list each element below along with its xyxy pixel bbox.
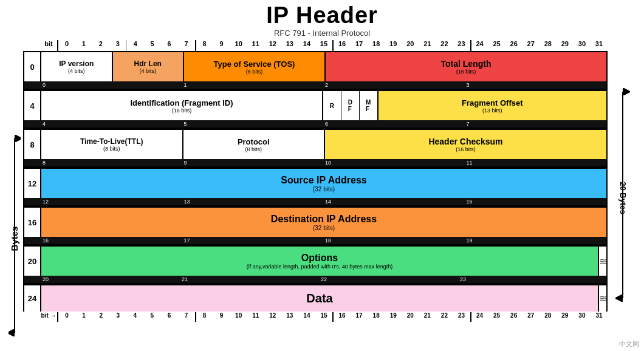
bot-bit-7: 7 (177, 312, 194, 322)
cell-ip-version-sub: (4 bits) (68, 68, 85, 74)
cell-mf-flag: MF (360, 91, 379, 120)
left-label: Bytes (6, 40, 23, 350)
row-8-numbers: 8 9 10 11 (23, 159, 608, 168)
cell-total-length-label: Total Length (441, 59, 492, 69)
cell-ttl-label: Time-To-Live(TTL) (80, 137, 143, 146)
bot-bit-2: 2 (92, 312, 109, 322)
bot-bit-15: 15 (315, 312, 332, 322)
cell-df-flag: DF (341, 91, 360, 120)
num-23: 23 (459, 276, 598, 283)
bit-6: 6 (161, 40, 178, 51)
bit-28: 28 (540, 40, 557, 51)
cell-tos-sub: (8 bits) (246, 69, 263, 75)
cell-total-length-sub: (16 bits) (456, 69, 476, 75)
bottom-bit-row: bit → 0 1 2 3 4 5 6 7 8 9 (23, 312, 608, 322)
num-16: 16 (41, 237, 183, 244)
bottom-bit-group-24-31: 24 25 26 27 28 29 30 31 (471, 312, 608, 322)
num-12: 12 (41, 198, 183, 205)
bit-20: 20 (402, 40, 419, 51)
bot-bit-1: 1 (75, 312, 92, 322)
bot-bit-29: 29 (557, 312, 574, 322)
bit-header-label: bit (40, 40, 57, 51)
zigzag-options-right: ≋ (598, 247, 606, 276)
bot-bit-30: 30 (574, 312, 591, 322)
num-spacer-16 (24, 237, 41, 244)
row-4-numbers: 4 5 6 7 (23, 120, 608, 129)
row-0-numbers: 0 1 2 3 (23, 81, 608, 90)
bit-1: 1 (75, 40, 92, 51)
cell-header-checksum: Header Checksum (16 bits) (325, 130, 606, 159)
cell-identification: Identification (Fragment ID) (16 bits) (41, 91, 323, 120)
cell-ttl-sub: (8 bits) (103, 146, 120, 152)
bot-bit-26: 26 (505, 312, 522, 322)
watermark: 中文网 (619, 339, 639, 349)
left-arrow-icon: Bytes (9, 132, 21, 339)
bot-bit-5: 5 (143, 312, 160, 322)
bit-21: 21 (419, 40, 436, 51)
bit-group-0-7: 0 1 2 3 4 5 6 7 (57, 40, 196, 51)
row-24: 24 Data ≋ (23, 284, 608, 312)
bit-2: 2 (92, 40, 109, 51)
cell-data-label: Data (306, 291, 332, 305)
num-2: 2 (324, 81, 465, 89)
num-15: 15 (465, 198, 607, 205)
cell-ip-version-label: IP version (59, 60, 94, 68)
cell-identification-label: Identification (Fragment ID) (131, 98, 233, 107)
byte-label-4: 4 (24, 91, 41, 120)
row-12-numbers: 12 13 14 15 (23, 198, 608, 206)
byte-label-12: 12 (24, 169, 41, 198)
cell-total-length: Total Length (16 bits) (326, 52, 606, 81)
cell-source-ip-sub: (32 bits) (313, 186, 335, 193)
bot-bit-23: 23 (453, 312, 470, 322)
cell-dest-ip: Destination IP Address (32 bits) (41, 208, 606, 237)
bit-18: 18 (368, 40, 385, 51)
bit-14: 14 (298, 40, 315, 51)
num-19: 19 (465, 237, 607, 244)
bot-bit-13: 13 (281, 312, 298, 322)
num-3: 3 (465, 81, 607, 89)
bot-bit-10: 10 (230, 312, 247, 322)
row-20-header: 20 Options (if any,variable length, padd… (23, 245, 608, 276)
bot-bit-0: 0 (58, 312, 75, 322)
cell-dest-ip-label: Destination IP Address (271, 214, 377, 225)
row-20-numbers: 20 21 22 23 (23, 276, 608, 284)
bit-9: 9 (213, 40, 230, 51)
row-4: 4 Identification (Fragment ID) (16 bits)… (23, 90, 608, 129)
bit-group-8-15: 8 9 10 11 12 13 14 15 (196, 40, 334, 51)
bot-bit-19: 19 (385, 312, 402, 322)
bot-bit-11: 11 (247, 312, 264, 322)
row-0-header: 0 IP version (4 bits) Hdr Len (4 bits) T… (23, 51, 608, 81)
bit-13: 13 (281, 40, 298, 51)
svg-text:20 Bytes: 20 Bytes (618, 182, 628, 214)
bot-bit-12: 12 (264, 312, 281, 322)
byte-label-24: 24 (24, 285, 41, 312)
num-22: 22 (320, 276, 459, 283)
num-spacer-0 (24, 81, 41, 89)
bit-numbers: 0 1 2 3 4 5 6 7 8 9 10 11 12 (57, 40, 608, 51)
bot-bit-31: 31 (591, 312, 608, 322)
num-14: 14 (324, 198, 465, 205)
num-8: 8 (41, 159, 183, 166)
bottom-bit-group-0-7: 0 1 2 3 4 5 6 7 (57, 312, 196, 322)
row-20: 20 Options (if any,variable length, padd… (23, 245, 608, 284)
cell-r-flag: R (323, 91, 341, 120)
cell-hdr-len-label: Hdr Len (134, 60, 162, 68)
cell-hdr-len: Hdr Len (4 bits) (113, 52, 185, 81)
num-13: 13 (183, 198, 324, 205)
title-section: IP Header RFC 791 - Internal Protocol (0, 0, 644, 38)
subtitle: RFC 791 - Internal Protocol (0, 29, 644, 38)
byte-label-0: 0 (24, 52, 41, 81)
bit-30: 30 (574, 40, 591, 51)
bot-bit-28: 28 (540, 312, 557, 322)
cell-protocol-label: Protocol (238, 137, 270, 146)
num-17: 17 (183, 237, 324, 244)
bot-bit-22: 22 (436, 312, 453, 322)
row-12: 12 Source IP Address (32 bits) 12 13 14 … (23, 168, 608, 206)
cell-options: Options (if any,variable length, padded … (41, 247, 598, 276)
num-spacer-12 (24, 198, 41, 205)
bit-23: 23 (453, 40, 470, 51)
cell-source-ip: Source IP Address (32 bits) (41, 169, 606, 198)
bot-bit-27: 27 (522, 312, 540, 322)
bot-bit-24: 24 (471, 312, 488, 322)
num-11: 11 (465, 159, 607, 166)
